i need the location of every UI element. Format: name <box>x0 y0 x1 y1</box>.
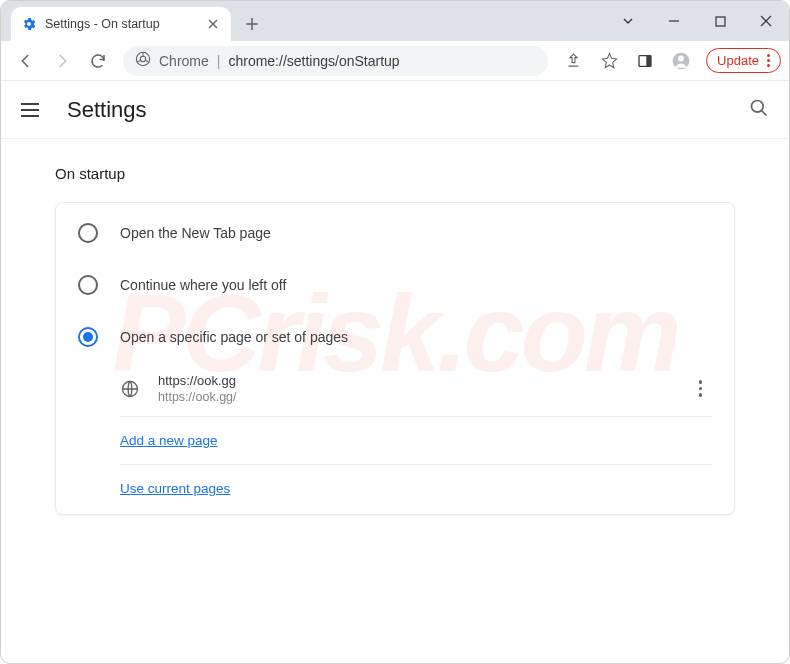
maximize-button[interactable] <box>697 1 743 41</box>
window-controls <box>605 1 789 41</box>
more-actions-icon[interactable] <box>699 380 713 397</box>
radio-option-continue[interactable]: Continue where you left off <box>56 259 734 311</box>
omnibox-url: chrome://settings/onStartup <box>228 53 399 69</box>
omnibox-divider: | <box>217 53 221 69</box>
radio-label: Continue where you left off <box>120 277 286 293</box>
close-window-button[interactable] <box>743 1 789 41</box>
profile-icon[interactable] <box>664 44 698 78</box>
globe-icon <box>120 379 140 399</box>
search-icon[interactable] <box>749 98 769 122</box>
divider <box>120 416 712 417</box>
forward-button[interactable] <box>45 44 79 78</box>
reload-button[interactable] <box>81 44 115 78</box>
svg-point-7 <box>752 100 764 112</box>
close-tab-icon[interactable] <box>205 16 221 32</box>
add-page-row: Add a new page <box>56 419 734 462</box>
radio-icon <box>78 223 98 243</box>
svg-point-6 <box>678 55 684 61</box>
titlebar: Settings - On startup <box>1 1 789 41</box>
side-panel-icon[interactable] <box>628 44 662 78</box>
tab-title: Settings - On startup <box>45 17 160 31</box>
browser-tab[interactable]: Settings - On startup <box>11 7 231 41</box>
update-button[interactable]: Update <box>706 48 781 73</box>
chrome-icon <box>135 51 151 70</box>
radio-icon <box>78 275 98 295</box>
settings-card: Open the New Tab page Continue where you… <box>55 202 735 515</box>
svg-rect-4 <box>646 55 651 66</box>
page-title: Settings <box>67 97 147 123</box>
use-current-row: Use current pages <box>56 467 734 510</box>
content-area: On startup Open the New Tab page Continu… <box>1 139 789 541</box>
radio-option-new-tab[interactable]: Open the New Tab page <box>56 207 734 259</box>
radio-label: Open the New Tab page <box>120 225 271 241</box>
update-label: Update <box>717 53 759 68</box>
use-current-link[interactable]: Use current pages <box>120 481 230 496</box>
gear-icon <box>21 16 37 32</box>
startup-page-row: https://ook.gg https://ook.gg/ <box>56 363 734 414</box>
radio-icon <box>78 327 98 347</box>
back-button[interactable] <box>9 44 43 78</box>
section-title: On startup <box>55 165 735 182</box>
more-icon <box>767 54 770 67</box>
divider <box>120 464 712 465</box>
address-bar[interactable]: Chrome | chrome://settings/onStartup <box>123 46 548 76</box>
add-page-link[interactable]: Add a new page <box>120 433 218 448</box>
bookmark-icon[interactable] <box>592 44 626 78</box>
radio-label: Open a specific page or set of pages <box>120 329 348 345</box>
omnibox-label: Chrome <box>159 53 209 69</box>
page-url-text: https://ook.gg/ <box>158 390 237 404</box>
settings-header: Settings <box>1 81 789 139</box>
page-title-text: https://ook.gg <box>158 373 237 388</box>
svg-rect-0 <box>716 17 725 26</box>
radio-option-specific-pages[interactable]: Open a specific page or set of pages <box>56 311 734 363</box>
chevron-down-icon[interactable] <box>605 1 651 41</box>
browser-toolbar: Chrome | chrome://settings/onStartup Upd… <box>1 41 789 81</box>
minimize-button[interactable] <box>651 1 697 41</box>
svg-point-2 <box>140 56 145 61</box>
menu-icon[interactable] <box>21 98 45 122</box>
share-icon[interactable] <box>556 44 590 78</box>
new-tab-button[interactable] <box>237 9 267 39</box>
